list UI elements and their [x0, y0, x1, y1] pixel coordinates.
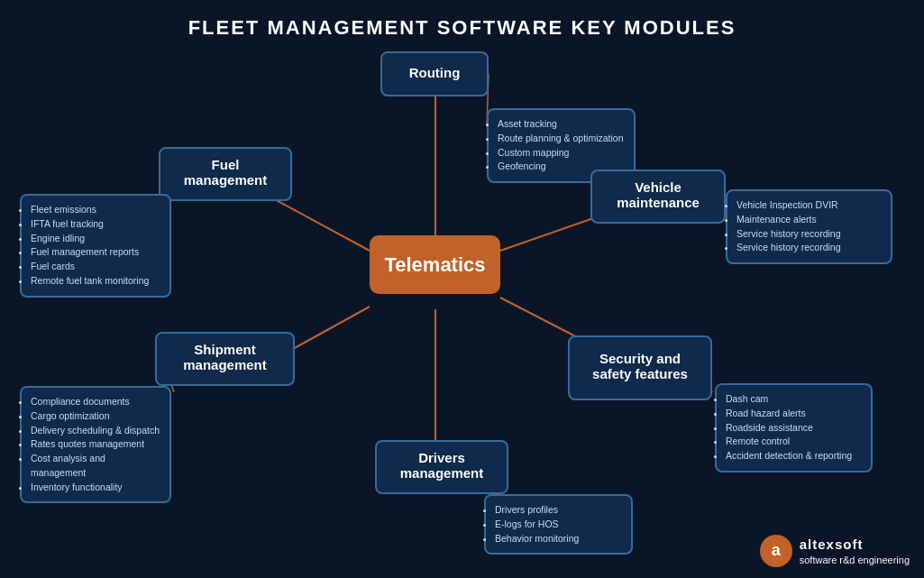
logo-icon: a — [760, 535, 792, 567]
diagram-container: FLEET MANAGEMENT SOFTWARE KEY MODULES Te… — [0, 0, 924, 578]
module-security-details: Dash cam Road hazard alerts Roadside ass… — [715, 383, 873, 472]
module-vehicle-details: Vehicle Inspection DVIR Maintenance aler… — [726, 189, 892, 264]
module-security: Security and safety features — [568, 335, 712, 400]
module-shipment: Shipment management — [155, 332, 295, 386]
logo-area: a altexsoft software r&d engineering — [760, 535, 910, 567]
module-fuel: Fuel management — [159, 147, 292, 201]
module-shipment-details: Compliance documents Cargo optimization … — [20, 386, 171, 503]
logo-text: altexsoft software r&d engineering — [800, 535, 910, 567]
module-drivers: Drivers management — [375, 440, 508, 494]
module-fuel-details: Fleet emissions IFTA fuel tracking Engin… — [20, 194, 171, 298]
module-routing: Routing — [380, 51, 489, 96]
center-telematics: Telematics — [370, 235, 500, 294]
module-drivers-details: Drivers profiles E-logs for HOS Behavior… — [484, 494, 633, 555]
page-title: FLEET MANAGEMENT SOFTWARE KEY MODULES — [0, 0, 924, 40]
module-vehicle: Vehicle maintenance — [590, 170, 726, 224]
